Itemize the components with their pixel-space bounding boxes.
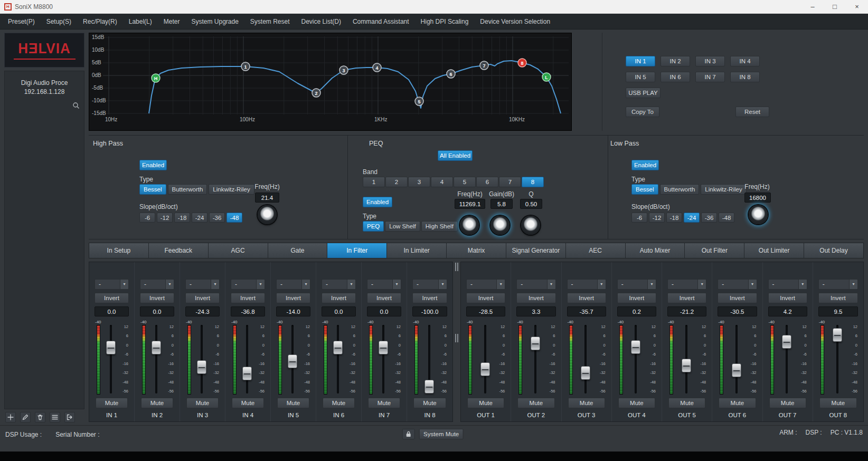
gain-value[interactable]: 3.3: [516, 306, 555, 316]
gain-value[interactable]: -28.5: [466, 306, 505, 316]
high-pass-slope-24[interactable]: -24: [192, 213, 207, 223]
tab-out-delay[interactable]: Out Delay: [804, 243, 863, 258]
low-pass-slope-6[interactable]: -6: [631, 213, 647, 223]
menu-item-label-l[interactable]: Label(L): [123, 14, 158, 30]
eq-marker-3[interactable]: 3: [339, 66, 348, 74]
gain-value[interactable]: 0.0: [95, 306, 129, 316]
high-pass-slope-18[interactable]: -18: [174, 213, 190, 223]
menu-item-device-version-selection[interactable]: Device Version Selection: [474, 14, 556, 30]
high-pass-enabled-button[interactable]: Enabled: [139, 160, 167, 170]
export-button[interactable]: [64, 412, 75, 422]
menu-item-system-upgrade[interactable]: System Upgrade: [185, 14, 244, 30]
invert-button[interactable]: Invert: [231, 293, 265, 303]
menu-item-rec-play-r[interactable]: Rec/Play(R): [77, 14, 123, 30]
gain-value[interactable]: -21.2: [667, 306, 706, 316]
gain-value[interactable]: -36.8: [231, 306, 265, 316]
invert-button[interactable]: Invert: [768, 293, 807, 303]
mute-button[interactable]: Mute: [517, 398, 554, 408]
gain-fader[interactable]: [152, 341, 161, 354]
gain-fader[interactable]: [833, 328, 842, 342]
invert-button[interactable]: Invert: [322, 293, 356, 303]
gain-fader[interactable]: [106, 341, 116, 354]
mute-button[interactable]: Mute: [186, 398, 219, 408]
peq-band-7[interactable]: 7: [499, 177, 521, 187]
gain-fader[interactable]: [288, 354, 297, 368]
tab-aec[interactable]: AEC: [566, 243, 626, 258]
tab-auto-mixer[interactable]: Auto Mixer: [626, 243, 685, 258]
channel-preset-dropdown[interactable]: -▾: [140, 279, 174, 290]
mute-button[interactable]: Mute: [232, 398, 264, 408]
invert-button[interactable]: Invert: [617, 293, 656, 303]
low-pass-enabled-button[interactable]: Enabled: [631, 160, 659, 170]
mute-button[interactable]: Mute: [368, 398, 400, 408]
input-select-in-3[interactable]: IN 3: [695, 56, 725, 66]
peq-all-enabled-button[interactable]: All Enabled: [438, 150, 473, 161]
input-select-in-2[interactable]: IN 2: [661, 56, 690, 66]
gain-fader[interactable]: [333, 341, 343, 354]
input-select-in-8[interactable]: IN 8: [730, 72, 760, 82]
tab-out-filter[interactable]: Out Filter: [685, 243, 744, 258]
add-button[interactable]: [5, 412, 16, 422]
channel-splitter[interactable]: [453, 262, 460, 422]
menu-item-meter[interactable]: Meter: [158, 14, 186, 30]
device-name[interactable]: Digi Audio Proce: [5, 79, 84, 88]
peq-band-4[interactable]: 4: [431, 177, 453, 187]
tab-in-limiter[interactable]: In Limiter: [387, 243, 447, 258]
eq-marker-4[interactable]: 4: [373, 63, 381, 72]
invert-button[interactable]: Invert: [516, 293, 555, 303]
input-select-in-7[interactable]: IN 7: [695, 72, 725, 82]
mute-button[interactable]: Mute: [719, 398, 756, 408]
splitter-grip-icon[interactable]: [455, 263, 458, 271]
menu-item-high-dpi-scaling[interactable]: High DPI Scaling: [415, 14, 475, 30]
high-pass-slope-48[interactable]: -48: [227, 213, 242, 223]
gain-value[interactable]: -100.0: [412, 306, 447, 316]
high-pass-type-linkwitz-riley[interactable]: Linkwitz-Riley: [209, 184, 254, 195]
lock-icon[interactable]: [402, 429, 415, 439]
copy-to-button[interactable]: Copy To: [626, 107, 659, 117]
low-pass-type-bessel[interactable]: Bessel: [631, 184, 658, 195]
invert-button[interactable]: Invert: [466, 293, 505, 303]
high-pass-slope-12[interactable]: -12: [157, 213, 173, 223]
gain-value[interactable]: -14.0: [276, 306, 310, 316]
peq-type-high-shelf[interactable]: High Shelf: [421, 221, 458, 232]
mute-button[interactable]: Mute: [323, 398, 355, 408]
peq-q-knob[interactable]: [521, 216, 540, 235]
menu-item-system-reset[interactable]: System Reset: [244, 14, 296, 30]
menu-item-command-assistant[interactable]: Command Assistant: [347, 14, 415, 30]
gain-fader[interactable]: [379, 341, 388, 354]
menu-item-setup-s[interactable]: Setup(S): [41, 14, 77, 30]
peq-band-2[interactable]: 2: [385, 177, 408, 187]
usb-play-button[interactable]: USB PLAY: [626, 88, 661, 98]
gain-fader[interactable]: [732, 363, 741, 377]
eq-marker-6[interactable]: 6: [447, 70, 455, 78]
channel-preset-dropdown[interactable]: -▾: [516, 279, 555, 290]
gain-fader[interactable]: [197, 360, 206, 374]
gain-fader[interactable]: [424, 380, 434, 393]
channel-preset-dropdown[interactable]: -▾: [185, 279, 220, 290]
invert-button[interactable]: Invert: [412, 293, 447, 303]
low-pass-freq-value[interactable]: 16800: [744, 193, 771, 203]
tab-matrix[interactable]: Matrix: [447, 243, 506, 258]
channel-preset-dropdown[interactable]: -▾: [466, 279, 505, 290]
eq-marker-L[interactable]: L: [542, 73, 551, 81]
system-mute-button[interactable]: System Mute: [419, 429, 464, 439]
channel-preset-dropdown[interactable]: -▾: [768, 279, 807, 290]
invert-button[interactable]: Invert: [667, 293, 706, 303]
channel-preset-dropdown[interactable]: -▾: [818, 279, 858, 290]
gain-fader[interactable]: [782, 335, 791, 349]
channel-preset-dropdown[interactable]: -▾: [367, 279, 401, 290]
delete-button[interactable]: [35, 412, 45, 422]
gain-fader[interactable]: [682, 359, 691, 372]
peq-band-1[interactable]: 1: [363, 177, 385, 187]
eq-marker-8[interactable]: 8: [518, 59, 526, 67]
channel-list-button[interactable]: [50, 412, 60, 422]
channel-preset-dropdown[interactable]: -▾: [667, 279, 706, 290]
tab-in-setup[interactable]: In Setup: [89, 243, 149, 258]
gain-value[interactable]: 4.2: [768, 306, 807, 316]
low-pass-type-butterworth[interactable]: Butterworth: [660, 184, 700, 195]
low-pass-slope-18[interactable]: -18: [666, 213, 682, 223]
peq-freq-value[interactable]: 11269.1: [455, 199, 485, 209]
mute-button[interactable]: Mute: [467, 398, 504, 408]
invert-button[interactable]: Invert: [95, 293, 129, 303]
reset-button[interactable]: Reset: [735, 107, 769, 117]
